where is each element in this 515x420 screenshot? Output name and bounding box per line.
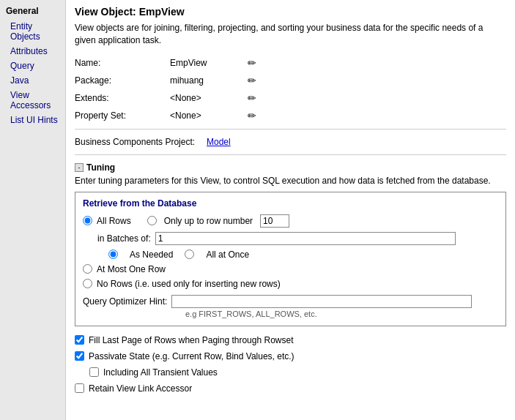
optimizer-label: Query Optimizer Hint:: [83, 296, 167, 307]
divider2: [75, 154, 506, 155]
sidebar-item-java[interactable]: Java: [0, 73, 65, 88]
sidebar-item-attributes[interactable]: Attributes: [0, 44, 65, 59]
package-value: mihuang: [170, 75, 243, 86]
including-transient-label: Including All Transient Values: [103, 367, 218, 378]
batches-input[interactable]: [155, 232, 456, 245]
extends-row: Extends: <None> ✏: [75, 92, 506, 104]
package-edit-icon[interactable]: ✏: [248, 75, 256, 86]
including-transient-checkbox[interactable]: [89, 367, 99, 377]
property-set-edit-icon[interactable]: ✏: [248, 110, 256, 121]
tuning-title: Tuning: [86, 162, 115, 173]
including-transient-row: Including All Transient Values: [89, 367, 506, 378]
no-rows-label: No Rows (i.e. used only for inserting ne…: [97, 279, 281, 289]
property-set-row: Property Set: <None> ✏: [75, 110, 506, 121]
sidebar: General Entity Objects Attributes Query …: [0, 0, 66, 420]
only-up-radio[interactable]: [147, 216, 157, 225]
extends-edit-icon[interactable]: ✏: [248, 92, 256, 104]
batches-row: in Batches of:: [97, 232, 498, 245]
at-most-label: At Most One Row: [97, 264, 166, 274]
no-rows-row: No Rows (i.e. used only for inserting ne…: [83, 279, 498, 289]
page-description: View objects are for joining, filtering,…: [75, 22, 506, 47]
sidebar-item-view-accessors[interactable]: View Accessors: [0, 88, 65, 113]
package-label: Package:: [75, 75, 170, 86]
sidebar-item-query[interactable]: Query: [0, 59, 65, 73]
bc-project-label: Business Components Project:: [75, 137, 207, 147]
sidebar-item-entity-objects[interactable]: Entity Objects: [0, 19, 65, 44]
collapse-icon[interactable]: -: [75, 163, 84, 172]
optimizer-hint: e.g FIRST_ROWS, ALL_ROWS, etc.: [185, 310, 498, 318]
optimizer-input[interactable]: [171, 295, 472, 308]
fill-last-page-label: Fill Last Page of Rows when Paging throu…: [89, 335, 294, 345]
sidebar-item-list-ui-hints[interactable]: List UI Hints: [0, 113, 65, 127]
fill-last-page-row: Fill Last Page of Rows when Paging throu…: [75, 335, 506, 345]
extends-value: <None>: [170, 93, 243, 103]
name-edit-icon[interactable]: ✏: [248, 57, 256, 69]
all-at-once-label: All at Once: [206, 250, 249, 260]
extends-label: Extends:: [75, 93, 170, 103]
as-needed-label: As Needed: [130, 250, 173, 260]
bc-project-row: Business Components Project: Model: [75, 137, 506, 147]
name-value: EmpView: [170, 58, 243, 68]
row-number-input[interactable]: [260, 214, 289, 228]
all-rows-label: All Rows: [97, 216, 131, 226]
only-up-label: Only up to row number: [164, 216, 253, 226]
name-label: Name:: [75, 58, 170, 68]
at-most-row: At Most One Row: [83, 264, 498, 274]
as-needed-radio[interactable]: [108, 250, 118, 259]
main-content: View Object: EmpView View objects are fo…: [66, 0, 515, 420]
at-most-radio[interactable]: [83, 264, 92, 274]
divider: [75, 129, 506, 130]
passivate-checkbox[interactable]: [75, 351, 84, 361]
retain-view-checkbox[interactable]: [75, 383, 84, 393]
page-title: View Object: EmpView: [75, 6, 506, 18]
retrieve-box-title: Retrieve from the Database: [83, 198, 498, 209]
property-set-label: Property Set:: [75, 110, 170, 121]
batches-label: in Batches of:: [97, 233, 151, 244]
bc-project-link[interactable]: Model: [207, 137, 231, 147]
passivate-label: Passivate State (e.g. Current Row, Bind …: [89, 351, 294, 361]
all-rows-radio[interactable]: [83, 216, 92, 225]
tuning-description: Enter tuning parameters for this View, t…: [75, 176, 506, 186]
tuning-header: - Tuning: [75, 162, 506, 173]
retain-view-row: Retain View Link Accessor: [75, 383, 506, 394]
package-row: Package: mihuang ✏: [75, 75, 506, 86]
sidebar-section-header: General: [0, 3, 65, 19]
passivate-row: Passivate State (e.g. Current Row, Bind …: [75, 351, 506, 361]
optimizer-row: Query Optimizer Hint:: [83, 295, 498, 308]
retrieve-box: Retrieve from the Database All Rows Only…: [75, 192, 506, 326]
all-at-once-radio[interactable]: [185, 250, 194, 259]
name-row: Name: EmpView ✏: [75, 57, 506, 69]
all-rows-row: All Rows Only up to row number: [83, 214, 498, 228]
property-set-value: <None>: [170, 110, 243, 121]
as-needed-row: As Needed All at Once: [108, 250, 498, 260]
retain-view-label: Retain View Link Accessor: [89, 383, 192, 394]
no-rows-radio[interactable]: [83, 279, 92, 288]
fill-last-page-checkbox[interactable]: [75, 335, 84, 345]
